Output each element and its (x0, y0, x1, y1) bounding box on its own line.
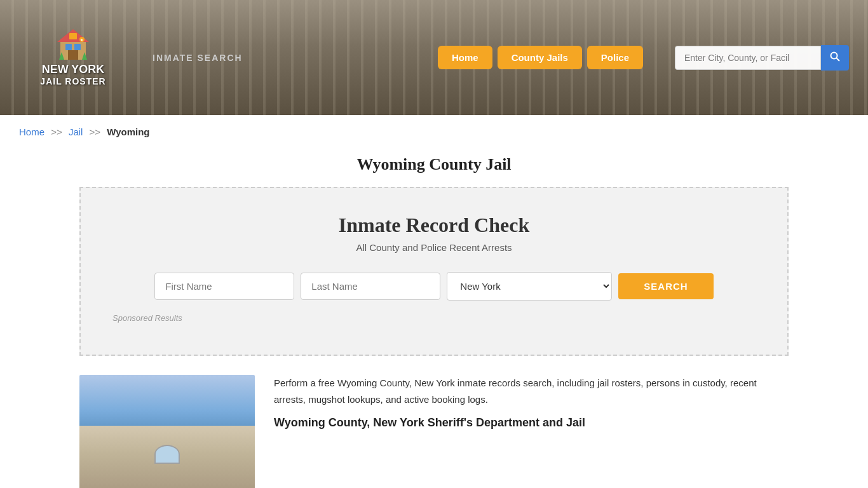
content-text: Perform a free Wyoming County, New York … (274, 375, 789, 488)
content-paragraph-1: Perform a free Wyoming County, New York … (274, 375, 789, 407)
svg-line-11 (837, 58, 840, 61)
header: ★ NEW YORK JAIL ROSTER INMATE SEARCH Hom… (0, 0, 868, 115)
content-heading-1: Wyoming County, New York Sheriff's Depar… (274, 416, 789, 430)
breadcrumb-sep2: >> (90, 126, 101, 137)
nav-area: Home County Jails Police (438, 46, 643, 69)
svg-rect-5 (69, 33, 77, 39)
svg-rect-1 (65, 44, 72, 50)
last-name-input[interactable] (301, 273, 440, 300)
breadcrumb-current: Wyoming (107, 126, 149, 137)
svg-rect-3 (68, 50, 78, 60)
building-window (154, 445, 180, 464)
building-image (79, 426, 255, 488)
nav-county-jails-button[interactable]: County Jails (498, 46, 582, 69)
logo-area: ★ NEW YORK JAIL ROSTER (19, 28, 127, 87)
first-name-input[interactable] (154, 273, 294, 300)
svg-rect-2 (74, 44, 81, 50)
search-icon (830, 51, 840, 62)
sponsored-label: Sponsored Results (112, 313, 756, 323)
svg-point-10 (831, 52, 837, 58)
state-select[interactable]: New York (447, 272, 612, 301)
search-form-row: New York SEARCH (112, 272, 756, 301)
header-search-area (675, 45, 849, 71)
content-image (79, 375, 255, 488)
content-section: Perform a free Wyoming County, New York … (0, 375, 868, 488)
search-submit-button[interactable]: SEARCH (618, 273, 713, 299)
breadcrumb-home-link[interactable]: Home (19, 126, 44, 137)
breadcrumb-jail-link[interactable]: Jail (69, 126, 83, 137)
search-section: Inmate Record Check All County and Polic… (79, 187, 789, 356)
logo-icon: ★ (54, 28, 92, 63)
nav-home-button[interactable]: Home (438, 46, 492, 69)
nav-police-button[interactable]: Police (587, 46, 643, 69)
logo-text: NEW YORK JAIL ROSTER (40, 63, 105, 87)
header-search-button[interactable] (821, 45, 849, 71)
inmate-search-label: INMATE SEARCH (153, 53, 243, 63)
page-title: Wyoming County Jail (0, 155, 868, 174)
search-section-title: Inmate Record Check (112, 214, 756, 237)
svg-text:★: ★ (80, 38, 83, 42)
breadcrumb: Home >> Jail >> Wyoming (0, 115, 868, 149)
header-search-input[interactable] (675, 46, 821, 70)
breadcrumb-sep1: >> (51, 126, 62, 137)
search-section-subtitle: All County and Police Recent Arrests (112, 242, 756, 253)
